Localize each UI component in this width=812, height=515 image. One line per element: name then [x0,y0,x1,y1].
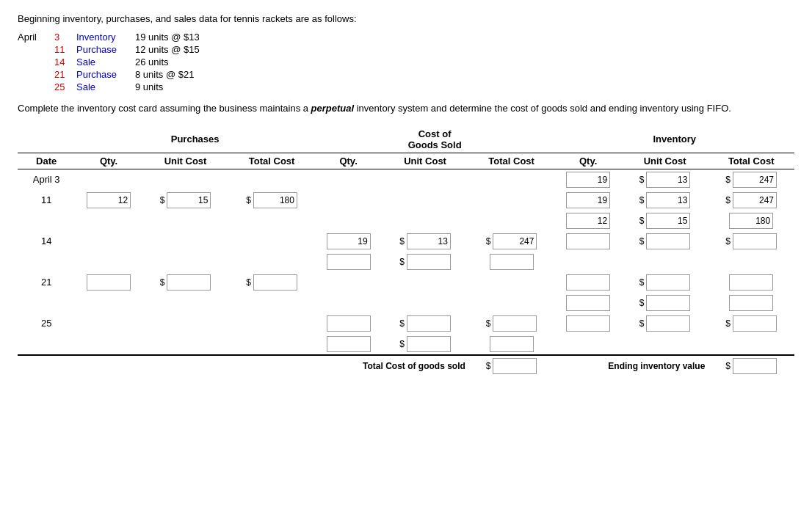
inv-total-input-11a[interactable] [733,192,777,208]
inv-total-cell-21a[interactable] [708,272,794,293]
cogs-total-cell-14b[interactable] [468,252,555,272]
inv-unit-input-21a[interactable] [646,274,690,291]
inv-unit-input-11b[interactable] [646,213,690,229]
inv-unit-cell-11b[interactable]: $ [622,211,708,231]
cogs-unit-cell-11a [382,190,468,211]
day-label: 11 [54,44,76,55]
purch-total-input-21[interactable] [253,274,297,291]
inv-unit-cell-14a[interactable]: $ [622,231,708,252]
purch-qty-cell-11[interactable] [75,190,142,211]
date-header: Date [18,153,75,169]
inv-qty-input-25a[interactable] [566,315,610,332]
cogs-unit-cell-14a[interactable]: $ [382,231,468,252]
cogs-total-cell-25a[interactable]: $ [468,313,555,334]
cogs-qty-input-14b[interactable] [327,254,371,270]
cogs-total-input-14a[interactable] [493,233,537,249]
inv-unit-input-21b[interactable] [646,295,690,311]
purch-unit-input-11[interactable] [167,192,211,208]
inv-qty-cell-11b[interactable] [554,211,621,231]
cogs-qty-cell-25a[interactable] [315,313,382,334]
purch-total-cell-11[interactable]: $ [228,190,315,211]
inv-total-cell-11b[interactable] [708,211,794,231]
cogs-unit-cell-25b[interactable]: $ [382,334,468,355]
dollar-sign: $ [639,216,645,226]
inv-qty-cell-25a[interactable] [554,313,621,334]
purch-qty-cell-apr3 [75,169,142,190]
inv-unit-cell-21a[interactable]: $ [622,272,708,293]
inv-total-cell-21b[interactable] [708,293,794,313]
inv-total-input-11b[interactable] [729,213,773,229]
inv-unit-cell-apr3[interactable]: $ [622,169,708,190]
total-cogs-total[interactable]: $ [468,355,555,376]
inv-unit-cell-25a[interactable]: $ [622,313,708,334]
inv-total-cell-11a[interactable]: $ [708,190,794,211]
cogs-total-input-14b[interactable] [490,254,534,270]
inv-unit-input-25a[interactable] [646,315,690,332]
row11-second: $ [18,211,794,231]
cogs-qty-input-25a[interactable] [327,315,371,332]
purch-unit-input-21[interactable] [167,274,211,291]
purch-unit-cell-11[interactable]: $ [142,190,229,211]
cogs-unit-input-14b[interactable] [407,254,451,270]
cogs-qty-cell-11a [315,190,382,211]
purch-qty-input-21[interactable] [87,274,131,291]
inv-total-input-apr3[interactable] [733,172,777,188]
inv-unit-cell-11a[interactable]: $ [622,190,708,211]
inv-total-cell-14a[interactable]: $ [708,231,794,252]
cogs-qty-input-14a[interactable] [327,233,371,249]
type-label: Purchase [76,44,135,55]
cogs-unit-input-14a[interactable] [407,233,451,249]
ending-inv-input[interactable] [733,358,777,374]
cogs-qty-cell-14a[interactable] [315,231,382,252]
inv-qty-cell-14b [554,252,621,272]
cogs-total-cell-25b[interactable] [468,334,555,355]
dollar-sign: $ [399,236,405,246]
row11-first: 11 $ $ [18,190,794,211]
cogs-qty-input-25b[interactable] [327,336,371,352]
cogs-qty-cell-14b[interactable] [315,252,382,272]
cogs-unit-cell-11b [382,211,468,231]
cogs-unit-cell-25a[interactable]: $ [382,313,468,334]
cogs-total-cell-14a[interactable]: $ [468,231,555,252]
inv-qty-input-21a[interactable] [566,274,610,291]
inv-qty-cell-11a[interactable] [554,190,621,211]
inv-qty-input-21b[interactable] [566,295,610,311]
purch-qty-cell-21[interactable] [75,272,142,293]
inv-qty-cell-21b[interactable] [554,293,621,313]
month-label: April [18,32,54,43]
inv-total-cell-apr3[interactable]: $ [708,169,794,190]
cogs-total-input-25b[interactable] [490,336,534,352]
purch-qty-input-11[interactable] [87,192,131,208]
cogs-total-input-25a[interactable] [493,315,537,332]
row25-first: 25 $ $ [18,313,794,334]
inv-qty-cell-21a[interactable] [554,272,621,293]
day-label: 21 [54,69,76,80]
cogs-qty-cell-25b[interactable] [315,334,382,355]
inv-total-input-21b[interactable] [729,295,773,311]
inv-qty-cell-apr3[interactable] [554,169,621,190]
inv-total-input-14a[interactable] [733,233,777,249]
inv-unit-input-apr3[interactable] [646,172,690,188]
inv-total-cell-25a[interactable]: $ [708,313,794,334]
inv-unit-input-11a[interactable] [646,192,690,208]
purch-unit-cell-21[interactable]: $ [142,272,229,293]
purch-total-cell-21[interactable]: $ [228,272,315,293]
purch-total-input-11[interactable] [253,192,297,208]
total-cogs-input[interactable] [493,358,537,374]
row11b-date [18,211,75,231]
inv-qty-input-14a[interactable] [566,233,610,249]
inv-total-input-21a[interactable] [729,274,773,291]
cogs-unit-input-25b[interactable] [407,336,451,352]
cogs-total-cell-11a [468,190,555,211]
cogs-unit-cell-14b[interactable]: $ [382,252,468,272]
inv-qty-input-apr3[interactable] [566,172,610,188]
inv-qty-input-11b[interactable] [566,213,610,229]
cogs-unit-input-25a[interactable] [407,315,451,332]
dollar-sign: $ [160,195,165,205]
inv-qty-input-11a[interactable] [566,192,610,208]
inv-total-input-25a[interactable] [733,315,777,332]
ending-inv-value[interactable]: $ [708,355,794,376]
inv-unit-cell-21b[interactable]: $ [622,293,708,313]
inv-qty-cell-14a[interactable] [554,231,621,252]
inv-unit-input-14a[interactable] [646,233,690,249]
